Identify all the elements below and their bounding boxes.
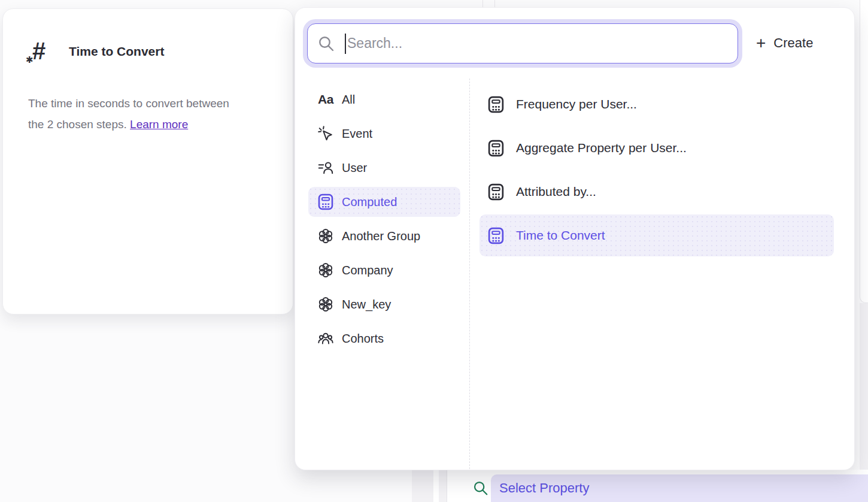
- calculator-icon: [487, 139, 505, 158]
- plus-icon: +: [756, 35, 766, 52]
- underlying-page-gutter: [860, 303, 868, 477]
- sidebar-item-computed[interactable]: Computed: [308, 187, 460, 217]
- panel-divider: [469, 78, 470, 469]
- tooltip-title: Time to Convert: [69, 44, 164, 59]
- results-list: Frequency per User... Aggregate Property…: [479, 83, 834, 258]
- underlying-card-edge: [860, 0, 868, 303]
- numeric-property-icon: #✱: [27, 37, 56, 68]
- list-item-frequency-per-user[interactable]: Frequency per User...: [479, 83, 834, 125]
- calculator-icon: [487, 183, 505, 201]
- search-input[interactable]: [308, 24, 738, 63]
- underlying-page-gutter: [412, 470, 448, 502]
- sidebar-item-new-key[interactable]: New_key: [308, 289, 460, 319]
- calculator-icon: [487, 95, 505, 114]
- sidebar-item-user[interactable]: User: [308, 153, 460, 183]
- group-cluster-icon: [317, 295, 335, 313]
- create-button[interactable]: + Create: [756, 29, 813, 57]
- sidebar-item-another-group[interactable]: Another Group: [308, 221, 460, 251]
- list-item-attributed-by[interactable]: Attributed by...: [479, 171, 834, 213]
- calculator-icon: [317, 193, 335, 211]
- sidebar-item-event[interactable]: Event: [308, 119, 460, 149]
- cursor-click-icon: [317, 125, 335, 143]
- select-property-field[interactable]: Select Property: [491, 474, 868, 502]
- category-list: Aa All Event: [308, 84, 460, 358]
- learn-more-link[interactable]: Learn more: [130, 118, 188, 131]
- select-property-label: Select Property: [491, 474, 868, 502]
- list-item-time-to-convert[interactable]: Time to Convert: [479, 214, 834, 256]
- calculator-icon: [487, 226, 505, 245]
- property-picker-panel: + Create Aa All Event: [295, 7, 855, 470]
- sidebar-item-cohorts[interactable]: Cohorts: [308, 323, 460, 353]
- list-item-aggregate-property-per-user[interactable]: Aggregate Property per User...: [479, 127, 834, 169]
- tooltip-description: The time in seconds to convert between t…: [28, 93, 268, 135]
- text-format-icon: Aa: [317, 90, 335, 108]
- sidebar-item-company[interactable]: Company: [308, 255, 460, 285]
- sidebar-item-all[interactable]: Aa All: [308, 84, 460, 114]
- group-cluster-icon: [317, 261, 335, 279]
- group-cluster-icon: [317, 227, 335, 245]
- create-button-label: Create: [773, 35, 813, 51]
- tooltip-card: #✱ Time to Convert The time in seconds t…: [2, 8, 293, 314]
- search-icon-green: [473, 480, 488, 496]
- underlying-column: [433, 470, 439, 502]
- cohorts-icon: [317, 329, 335, 347]
- search-field[interactable]: [307, 23, 738, 63]
- user-icon: [317, 159, 335, 177]
- text-cursor: [345, 34, 346, 54]
